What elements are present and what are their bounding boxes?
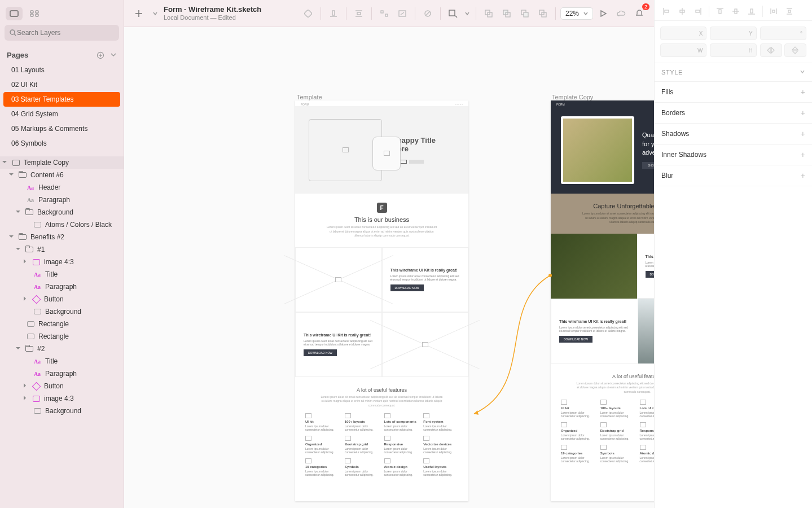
layer-rect[interactable]: Rectangle	[0, 318, 124, 330]
distribute-h-icon[interactable]	[767, 6, 780, 17]
union-icon[interactable]	[481, 6, 497, 21]
layer-symbol[interactable]: Button	[0, 380, 124, 392]
add-page-icon[interactable]	[96, 51, 104, 59]
layer-text[interactable]: AaParagraph	[0, 367, 124, 380]
feature-item: 100+ layoutsLorem ipsum dolor consectetu…	[600, 400, 635, 418]
page-item[interactable]: 05 Markups & Comments	[0, 121, 124, 136]
svg-marker-54	[767, 47, 770, 53]
preview-icon[interactable]	[595, 6, 611, 21]
insert-button[interactable]	[131, 6, 147, 21]
svg-rect-50	[773, 10, 775, 12]
layer-rect[interactable]: Rectangle	[0, 330, 124, 343]
layer-text[interactable]: AaTitle	[0, 268, 124, 281]
align-center-v-icon[interactable]	[730, 6, 742, 17]
notifications-icon[interactable]: 2	[631, 6, 647, 21]
search-input[interactable]	[17, 29, 115, 37]
layer-group[interactable]: Benefits #2	[0, 231, 124, 243]
chevron-down-icon	[583, 11, 588, 16]
inner-shadows-row[interactable]: Inner Shadows+	[655, 144, 812, 165]
feature-item: 100+ layoutsLorem ipsum dolor consectetu…	[345, 413, 380, 431]
fills-row[interactable]: Fills+	[655, 82, 812, 103]
blur-row[interactable]: Blur+	[655, 165, 812, 186]
layer-artboard[interactable]: Template Copy	[0, 156, 124, 169]
collapse-pages-icon[interactable]	[110, 51, 117, 59]
mask-icon[interactable]	[420, 6, 436, 21]
page-item[interactable]: 01 Layouts	[0, 63, 124, 77]
distribute-icon[interactable]	[351, 6, 367, 21]
scale-icon[interactable]	[394, 6, 410, 21]
difference-icon[interactable]	[535, 6, 551, 21]
layers-view-button[interactable]	[6, 7, 23, 20]
layer-rect[interactable]: Atoms / Colors / Black	[0, 218, 124, 231]
add-border-icon[interactable]: +	[801, 108, 805, 117]
feature-item: SymbolsLorem ipsum dolor consectetur adi…	[600, 445, 635, 463]
height-input[interactable]: H	[710, 43, 756, 57]
add-fill-icon[interactable]: +	[801, 87, 805, 97]
cloud-icon[interactable]	[613, 6, 629, 21]
create-symbol-icon[interactable]	[300, 6, 316, 21]
borders-row[interactable]: Borders+	[655, 103, 812, 124]
align-icon[interactable]	[326, 6, 341, 21]
chevron-down-icon[interactable]	[800, 69, 805, 75]
flip-v-icon[interactable]	[784, 43, 806, 57]
page-item[interactable]: 06 Symbols	[0, 136, 124, 151]
layer-group[interactable]: Background	[0, 206, 124, 218]
components-view-button[interactable]	[26, 7, 43, 20]
inspector: X Y ° W H STYLE Fills+ Borders+ Shadows+…	[654, 0, 812, 508]
width-input[interactable]: W	[660, 43, 706, 57]
distribute-v-icon[interactable]	[783, 6, 796, 17]
x-input[interactable]: X	[660, 27, 706, 40]
artboard-label[interactable]: Template Copy	[552, 94, 593, 100]
svg-rect-53	[788, 10, 791, 12]
svg-line-23	[425, 11, 430, 16]
canvas[interactable]: Template Template Copy FORM- - - - - Sna…	[124, 27, 654, 508]
align-right-icon[interactable]	[692, 6, 704, 17]
page-item-selected[interactable]: 03 Starter Templates	[3, 92, 120, 107]
layer-image[interactable]: image 4:3	[0, 256, 124, 268]
angle-input[interactable]: °	[760, 27, 806, 40]
add-inner-shadow-icon[interactable]: +	[801, 150, 805, 159]
photo-mountain	[638, 299, 655, 364]
pages-list: 01 Layouts 02 UI Kit 03 Starter Template…	[0, 62, 124, 156]
svg-line-6	[14, 34, 16, 36]
layer-group[interactable]: #1	[0, 243, 124, 256]
layer-group[interactable]: Content #6	[0, 169, 124, 181]
layer-text[interactable]: AaParagraph	[0, 194, 124, 206]
layer-text[interactable]: AaParagraph	[0, 281, 124, 293]
pages-header: Pages	[0, 45, 124, 62]
layer-group[interactable]: #2	[0, 343, 124, 355]
svg-rect-12	[304, 9, 312, 17]
align-bottom-icon[interactable]	[745, 6, 758, 17]
subtract-icon[interactable]	[499, 6, 515, 21]
feature-item: OrganizedLorem ipsum dolor consectetur a…	[305, 436, 340, 454]
page-item[interactable]: 04 Grid System	[0, 107, 124, 121]
resize-dropdown-icon[interactable]	[463, 6, 471, 21]
layer-text[interactable]: AaTitle	[0, 355, 124, 367]
layer-symbol[interactable]: Button	[0, 293, 124, 305]
zoom-select[interactable]: 22%	[560, 7, 593, 20]
align-left-icon[interactable]	[660, 6, 673, 17]
view-toggle	[0, 0, 124, 25]
layer-text[interactable]: AaHeader	[0, 181, 124, 194]
flip-h-icon[interactable]	[760, 43, 782, 57]
layer-image[interactable]: image 4:3	[0, 392, 124, 405]
search-field[interactable]	[5, 25, 119, 41]
y-input[interactable]: Y	[710, 27, 756, 40]
insert-dropdown-icon[interactable]	[151, 6, 159, 21]
artboard-template-copy[interactable]: FORM- - - - - Quality videos for your ou…	[551, 100, 654, 501]
shadows-row[interactable]: Shadows+	[655, 124, 812, 144]
align-center-h-icon[interactable]	[676, 6, 688, 17]
layer-rect[interactable]: Background	[0, 305, 124, 318]
intersect-icon[interactable]	[517, 6, 533, 21]
resize-icon[interactable]	[445, 6, 461, 21]
feature-item: Bootstrap gridLorem ipsum dolor consecte…	[600, 422, 635, 440]
svg-rect-0	[10, 11, 18, 16]
artboard-template[interactable]: FORM- - - - - Snappy Title Here F This i…	[295, 100, 468, 501]
layer-rect[interactable]: Background	[0, 405, 124, 417]
add-shadow-icon[interactable]: +	[801, 129, 805, 138]
page-item[interactable]: 02 UI Kit	[0, 77, 124, 92]
align-top-icon[interactable]	[714, 6, 726, 17]
artboard-label[interactable]: Template	[297, 94, 322, 100]
add-blur-icon[interactable]: +	[801, 171, 805, 180]
tidy-icon[interactable]	[376, 6, 392, 21]
